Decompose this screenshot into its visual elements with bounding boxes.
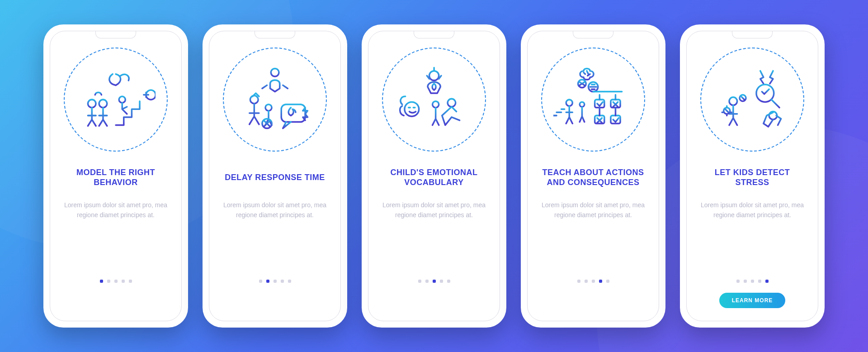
svg-point-4 — [250, 95, 258, 104]
pagination-dot[interactable] — [736, 280, 740, 283]
svg-point-1 — [99, 100, 107, 108]
pagination-dot[interactable] — [758, 280, 761, 283]
svg-point-11 — [448, 99, 456, 107]
pagination-dot[interactable] — [425, 280, 429, 283]
model-behavior-icon — [64, 48, 168, 152]
pagination-dot[interactable] — [288, 280, 291, 283]
phone-notch — [414, 31, 454, 38]
pagination-dot[interactable] — [751, 280, 754, 283]
svg-point-21 — [729, 97, 737, 105]
phone-mockup: MODEL THE RIGHT BEHAVIOR Lorem ipsum dol… — [43, 24, 188, 328]
svg-point-5 — [265, 105, 272, 111]
phone-notch — [95, 31, 136, 38]
pagination-dot[interactable] — [281, 280, 284, 283]
onboarding-screen: MODEL THE RIGHT BEHAVIOR Lorem ipsum dol… — [50, 31, 182, 321]
svg-point-3 — [271, 68, 279, 76]
phone-mockup: DELAY RESPONSE TIME Lorem ipsum dolor si… — [203, 24, 347, 328]
pagination-dot[interactable] — [100, 280, 103, 283]
pagination-dots — [736, 280, 769, 283]
onboarding-screens-row: MODEL THE RIGHT BEHAVIOR Lorem ipsum dol… — [43, 24, 825, 328]
pagination-dot[interactable] — [592, 280, 595, 283]
detect-stress-icon — [700, 48, 804, 152]
screen-title: MODEL THE RIGHT BEHAVIOR — [60, 167, 171, 188]
screen-body: Lorem ipsum dolor sit amet pro, mea regi… — [378, 200, 490, 220]
phone-notch — [573, 31, 613, 38]
onboarding-screen: TEACH ABOUT ACTIONS AND CONSEQUENCES Lor… — [527, 31, 659, 321]
pagination-dot[interactable] — [418, 280, 421, 283]
pagination-dot[interactable] — [433, 280, 436, 283]
phone-notch — [732, 31, 773, 38]
phone-mockup: CHILD'S EMOTIONAL VOCABULARY Lorem ipsum… — [362, 24, 506, 328]
onboarding-screen: DELAY RESPONSE TIME Lorem ipsum dolor si… — [209, 31, 341, 321]
screen-body: Lorem ipsum dolor sit amet pro, mea regi… — [538, 200, 649, 220]
pagination-dot[interactable] — [107, 280, 110, 283]
pagination-dot[interactable] — [585, 280, 588, 283]
actions-consequences-icon — [541, 48, 645, 152]
pagination-dot[interactable] — [440, 280, 443, 283]
pagination-dots — [418, 280, 450, 283]
emotional-vocabulary-icon — [382, 48, 486, 152]
svg-point-10 — [432, 101, 439, 108]
pagination-dot[interactable] — [599, 280, 602, 283]
pagination-dot[interactable] — [765, 280, 769, 283]
phone-mockup: LET KIDS DETECT STRESS Lorem ipsum dolor… — [680, 24, 825, 328]
pagination-dot[interactable] — [606, 280, 609, 283]
svg-point-8 — [429, 71, 439, 81]
phone-notch — [255, 31, 295, 38]
pagination-dots — [577, 280, 609, 283]
onboarding-screen: CHILD'S EMOTIONAL VOCABULARY Lorem ipsum… — [368, 31, 500, 321]
delay-response-icon — [223, 48, 327, 152]
pagination-dot[interactable] — [122, 280, 125, 283]
pagination-dot[interactable] — [744, 280, 747, 283]
pagination-dot[interactable] — [114, 280, 118, 283]
screen-title: TEACH ABOUT ACTIONS AND CONSEQUENCES — [538, 167, 649, 188]
pagination-dot[interactable] — [266, 280, 269, 283]
svg-point-2 — [119, 96, 125, 103]
screen-title: DELAY RESPONSE TIME — [222, 167, 328, 188]
pagination-dot[interactable] — [259, 280, 262, 283]
pagination-dot[interactable] — [129, 280, 132, 283]
screen-body: Lorem ipsum dolor sit amet pro, mea regi… — [60, 200, 171, 220]
learn-more-button[interactable]: LEARN MORE — [719, 293, 786, 308]
phone-mockup: TEACH ABOUT ACTIONS AND CONSEQUENCES Lor… — [521, 24, 665, 328]
svg-point-14 — [566, 100, 572, 106]
screen-title: LET KIDS DETECT STRESS — [697, 167, 808, 188]
screen-body: Lorem ipsum dolor sit amet pro, mea regi… — [219, 200, 330, 220]
pagination-dot[interactable] — [577, 280, 580, 283]
pagination-dot[interactable] — [447, 280, 450, 283]
pagination-dot[interactable] — [274, 280, 277, 283]
svg-point-0 — [88, 100, 96, 108]
pagination-dots — [259, 280, 291, 283]
pagination-dots — [100, 280, 132, 283]
svg-point-9 — [405, 102, 419, 116]
screen-body: Lorem ipsum dolor sit amet pro, mea regi… — [697, 200, 808, 220]
screen-title: CHILD'S EMOTIONAL VOCABULARY — [378, 167, 490, 188]
onboarding-screen: LET KIDS DETECT STRESS Lorem ipsum dolor… — [686, 31, 818, 321]
